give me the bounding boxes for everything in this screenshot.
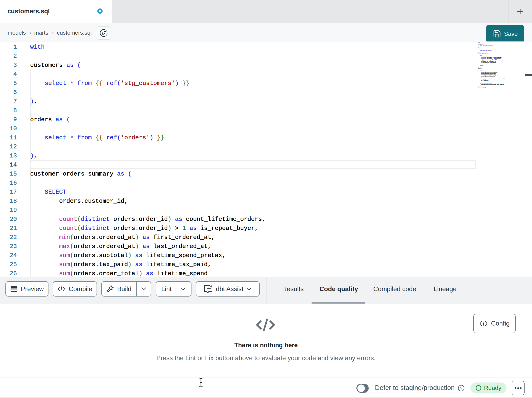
svg-text:?: ?	[460, 386, 462, 390]
